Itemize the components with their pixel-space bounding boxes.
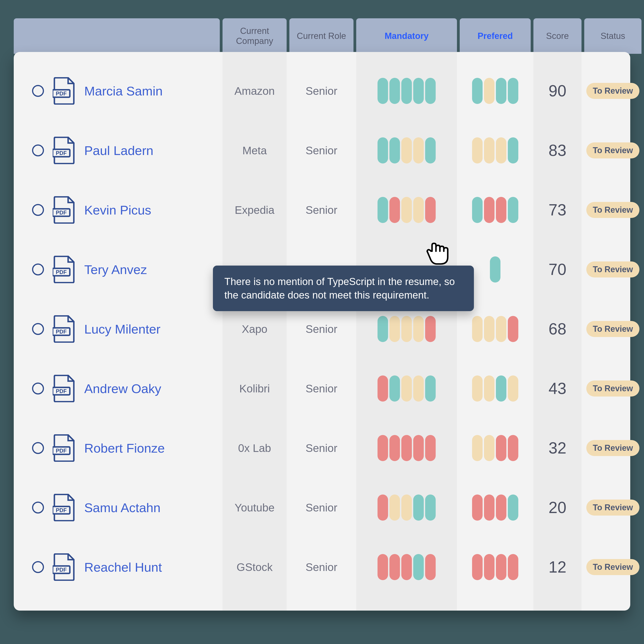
requirement-pill[interactable] [496,78,506,104]
requirement-pill[interactable] [378,197,388,223]
requirement-pill[interactable] [425,78,436,104]
pdf-file-icon[interactable]: PDF [53,256,76,283]
status-badge[interactable]: To Review [586,202,639,218]
requirement-pill[interactable] [508,375,518,402]
requirement-pill[interactable] [401,554,412,580]
status-badge[interactable]: To Review [586,261,639,277]
candidate-name[interactable]: Samu Actahn [84,500,160,515]
requirement-pill[interactable] [508,197,518,223]
requirement-pill[interactable] [496,375,506,402]
requirement-pill[interactable] [425,316,436,342]
requirement-pill[interactable] [378,375,388,402]
requirement-pill[interactable] [472,554,483,580]
requirement-pill[interactable] [401,316,412,342]
requirement-pill[interactable] [472,435,483,461]
requirement-pill[interactable] [389,375,400,402]
pdf-file-icon[interactable]: PDF [53,315,76,343]
requirement-pill[interactable] [472,197,483,223]
requirement-pill[interactable] [472,495,483,521]
requirement-pill[interactable] [378,554,388,580]
requirement-pill[interactable] [508,554,518,580]
requirement-pill[interactable] [389,495,400,521]
table-row[interactable]: PDFReachel HuntGStockSenior12To Review [14,537,630,597]
requirement-pill[interactable] [508,435,518,461]
status-badge[interactable]: To Review [586,559,639,575]
select-radio[interactable] [32,561,44,573]
requirement-pill[interactable] [484,375,495,402]
status-badge[interactable]: To Review [586,500,639,516]
requirement-pill[interactable] [413,375,424,402]
requirement-pill[interactable] [484,137,495,163]
requirement-pill[interactable] [496,197,506,223]
requirement-pill[interactable] [472,78,483,104]
pdf-file-icon[interactable]: PDF [53,553,76,581]
requirement-pill[interactable] [389,435,400,461]
requirement-pill[interactable] [413,316,424,342]
requirement-pill[interactable] [425,495,436,521]
select-radio[interactable] [32,144,44,156]
requirement-pill[interactable] [378,316,388,342]
requirement-pill[interactable] [389,78,400,104]
requirement-pill[interactable] [413,495,424,521]
pdf-file-icon[interactable]: PDF [53,434,76,462]
requirement-pill[interactable] [389,554,400,580]
requirement-pill[interactable] [484,495,495,521]
requirement-pill[interactable] [389,137,400,163]
requirement-pill[interactable] [484,316,495,342]
candidate-name[interactable]: Andrew Oaky [84,381,161,396]
candidate-name[interactable]: Reachel Hunt [84,560,162,575]
candidate-name[interactable]: Paul Ladern [84,143,153,158]
requirement-pill[interactable] [378,78,388,104]
table-row[interactable]: PDFRobert Fionze0x LabSenior32To Review [14,418,630,478]
requirement-pill[interactable] [484,435,495,461]
requirement-pill[interactable] [389,316,400,342]
requirement-pill[interactable] [484,554,495,580]
status-badge[interactable]: To Review [586,321,639,337]
select-radio[interactable] [32,442,44,454]
status-badge[interactable]: To Review [586,380,639,397]
requirement-pill[interactable] [496,137,506,163]
requirement-pill[interactable] [378,495,388,521]
select-radio[interactable] [32,323,44,335]
requirement-pill[interactable] [401,197,412,223]
requirement-pill[interactable] [425,375,436,402]
requirement-pill[interactable] [425,197,436,223]
requirement-pill[interactable] [413,78,424,104]
select-radio[interactable] [32,264,44,275]
requirement-pill[interactable] [472,137,483,163]
select-radio[interactable] [32,383,44,394]
status-badge[interactable]: To Review [586,440,639,456]
table-row[interactable]: PDFSamu ActahnYoutubeSenior20To Review [14,478,630,537]
pdf-file-icon[interactable]: PDF [53,375,76,402]
requirement-pill[interactable] [472,316,483,342]
requirement-pill[interactable] [496,435,506,461]
requirement-pill[interactable] [401,495,412,521]
requirement-pill[interactable] [378,137,388,163]
pdf-file-icon[interactable]: PDF [53,77,76,105]
requirement-pill[interactable] [413,197,424,223]
select-radio[interactable] [32,85,44,97]
requirement-pill[interactable] [401,375,412,402]
requirement-pill[interactable] [413,554,424,580]
candidate-name[interactable]: Tery Anvez [84,262,147,277]
requirement-pill[interactable] [508,78,518,104]
requirement-pill[interactable] [389,197,400,223]
requirement-pill[interactable] [401,435,412,461]
requirement-pill[interactable] [378,435,388,461]
requirement-pill[interactable] [484,78,495,104]
candidate-name[interactable]: Robert Fionze [84,441,165,456]
select-radio[interactable] [32,502,44,514]
requirement-pill[interactable] [496,316,506,342]
requirement-pill[interactable] [508,316,518,342]
candidate-name[interactable]: Kevin Picus [84,203,151,217]
requirement-pill[interactable] [401,137,412,163]
table-row[interactable]: PDFKevin PicusExpediaSenior73To Review [14,180,630,240]
pdf-file-icon[interactable]: PDF [53,196,76,224]
requirement-pill[interactable] [496,554,506,580]
table-row[interactable]: PDFMarcia SaminAmazonSenior90To Review [14,61,630,121]
requirement-pill[interactable] [413,137,424,163]
candidate-name[interactable]: Lucy Milenter [84,322,160,337]
requirement-pill[interactable] [484,197,495,223]
table-row[interactable]: PDFPaul LadernMetaSenior83To Review [14,121,630,180]
select-radio[interactable] [32,204,44,216]
